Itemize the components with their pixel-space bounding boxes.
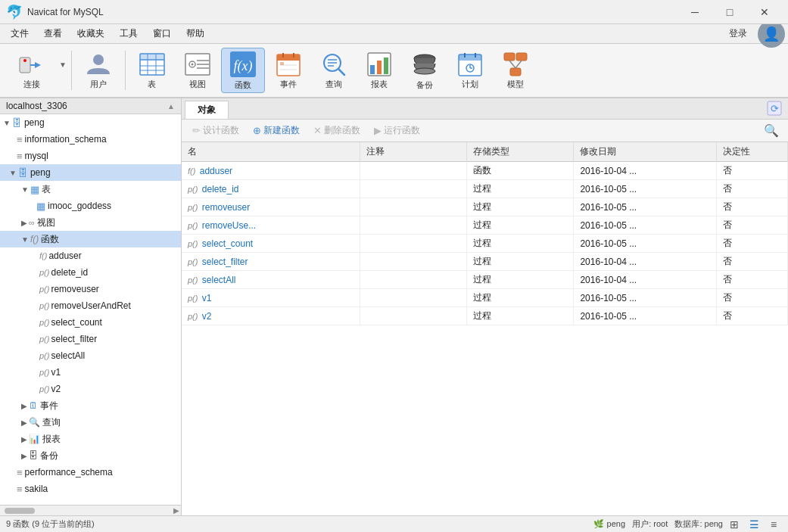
toolbar-query-btn[interactable]: 查询 (312, 48, 356, 93)
cell-comment (360, 198, 466, 216)
expand-arrow-table[interactable]: ▼ (21, 185, 29, 194)
sidebar-item-select-filter[interactable]: p() select_filter (0, 331, 181, 347)
table-row[interactable]: p() select_count 过程 2016-10-05 ... 否 (182, 235, 788, 253)
maximize-button[interactable]: □ (712, 0, 747, 24)
sidebar-item-v2[interactable]: p() v2 (0, 381, 181, 397)
menu-favorites[interactable]: 收藏夹 (70, 24, 112, 44)
delete-function-btn[interactable]: ✕ 删除函数 (307, 123, 366, 138)
report-label: 报表 (371, 79, 388, 90)
connect-dropdown-arrow[interactable]: ▼ (59, 61, 67, 69)
menu-file[interactable]: 文件 (3, 24, 36, 44)
expand-arrow-backup[interactable]: ▶ (21, 452, 27, 460)
login-button[interactable]: 登录 (724, 26, 752, 42)
toolbar-connect-btn[interactable]: 连接 (6, 48, 58, 93)
tab-refresh-btn[interactable]: ⟳ (761, 98, 788, 119)
sidebar-item-backup-group[interactable]: ▶ 🗄 备份 (0, 447, 181, 464)
expand-arrow-view[interactable]: ▶ (21, 219, 27, 227)
sidebar-item-removeuserandret[interactable]: p() removeUserAndRet (0, 297, 181, 314)
search-btn[interactable]: 🔍 (759, 122, 783, 139)
sidebar-hscroll[interactable]: ▶ (0, 505, 181, 515)
sidebar-item-selectall[interactable]: p() selectAll (0, 347, 181, 364)
run-function-btn[interactable]: ▶ 运行函数 (368, 123, 426, 138)
minimize-button[interactable]: ─ (677, 0, 712, 24)
cell-comment (360, 235, 466, 253)
sidebar-item-func-group[interactable]: ▼ f() 函数 (0, 231, 181, 247)
sidebar-scroll-up-btn[interactable]: ▲ (167, 102, 175, 110)
db-item-icon: ≡ (17, 134, 23, 145)
toolbar-report-btn[interactable]: 报表 (357, 48, 401, 93)
sidebar-item-adduser[interactable]: f() adduser (0, 247, 181, 264)
sidebar-scroll-right-btn[interactable]: ▶ (173, 506, 179, 515)
toolbar-model-btn[interactable]: 模型 (494, 48, 537, 93)
statusbar: 9 函数 (9 位于当前的组) 🌿 peng 用户: root 数据库: pen… (0, 515, 788, 532)
cell-storage: 过程 (467, 180, 574, 198)
sidebar-item-select-count[interactable]: p() select_count (0, 314, 181, 331)
status-list-btn[interactable]: ☰ (746, 516, 762, 533)
sidebar-item-report-group[interactable]: ▶ 📊 报表 (0, 431, 181, 447)
svg-rect-34 (377, 61, 382, 74)
toolbar-view-btn[interactable]: 视图 (176, 48, 220, 93)
sidebar-hscroll-thumb[interactable] (5, 508, 35, 514)
toolbar-schedule-btn[interactable]: 计划 (448, 48, 492, 93)
func-prefix-icon: p() (188, 275, 198, 285)
data-table-area: 名 注释 存储类型 修改日期 决定性 f() adduser 函数 2016-1… (182, 142, 788, 515)
func-prefix-icon: f() (188, 166, 195, 176)
table-row[interactable]: p() select_filter 过程 2016-10-04 ... 否 (182, 253, 788, 271)
view-group-icon: ∞ (29, 218, 35, 227)
menu-help[interactable]: 帮助 (179, 24, 212, 44)
menu-window[interactable]: 窗口 (145, 24, 179, 44)
table-row[interactable]: p() removeUse... 过程 2016-10-05 ... 否 (182, 216, 788, 235)
table-row[interactable]: p() v2 过程 2016-10-05 ... 否 (182, 307, 788, 325)
menu-tools[interactable]: 工具 (112, 24, 145, 44)
sidebar-item-imooc-goddess[interactable]: ▦ imooc_goddess (0, 198, 181, 214)
expand-arrow-peng[interactable]: ▼ (3, 119, 11, 127)
close-button[interactable]: ✕ (747, 0, 782, 24)
expand-arrow-report[interactable]: ▶ (21, 435, 27, 443)
sidebar-item-performance-schema[interactable]: ≡ performance_schema (0, 464, 181, 481)
toolbar-user-btn[interactable]: 用户 (76, 48, 120, 93)
sidebar-item-event-group[interactable]: ▶ 🗓 事件 (0, 397, 181, 414)
cell-storage: 过程 (467, 198, 574, 216)
design-function-btn[interactable]: ✏ 设计函数 (186, 123, 245, 138)
expand-arrow-event[interactable]: ▶ (21, 402, 27, 410)
cell-comment (360, 253, 466, 271)
status-grid-btn[interactable]: ⊞ (726, 516, 743, 533)
sidebar-item-view-group[interactable]: ▶ ∞ 视图 (0, 214, 181, 231)
sidebar-item-delete-id[interactable]: p() delete_id (0, 264, 181, 281)
status-detail-btn[interactable]: ≡ (765, 516, 782, 533)
new-icon: ⊕ (253, 125, 261, 136)
table-row[interactable]: p() selectAll 过程 2016-10-04 ... 否 (182, 271, 788, 289)
status-text: 9 函数 (9 位于当前的组) (6, 518, 95, 530)
table-row[interactable]: p() delete_id 过程 2016-10-05 ... 否 (182, 180, 788, 198)
table-row[interactable]: f() adduser 函数 2016-10-04 ... 否 (182, 162, 788, 180)
func-name-text: v1 (202, 293, 212, 303)
menu-view[interactable]: 查看 (36, 24, 70, 44)
expand-arrow-peng-db[interactable]: ▼ (9, 169, 17, 177)
toolbar-sep-2 (125, 51, 126, 90)
sidebar-item-peng-root[interactable]: ▼ 🗄 peng (0, 114, 181, 131)
sidebar-item-sakila[interactable]: ≡ sakila (0, 481, 181, 497)
toolbar-table-btn[interactable]: 表 (130, 48, 174, 93)
sidebar-item-removeuser[interactable]: p() removeuser (0, 281, 181, 297)
table-row[interactable]: p() v1 过程 2016-10-05 ... 否 (182, 289, 788, 307)
p0-icon-selectfilter: p() (39, 334, 49, 344)
toolbar-event-btn[interactable]: 事件 (266, 48, 310, 93)
expand-arrow-query[interactable]: ▶ (21, 418, 27, 427)
sidebar-item-peng-db[interactable]: ▼ 🗄 peng (0, 164, 181, 181)
sidebar-item-information-schema[interactable]: ≡ information_schema (0, 131, 181, 148)
sidebar-item-query-group[interactable]: ▶ 🔍 查询 (0, 414, 181, 431)
table-row[interactable]: p() removeuser 过程 2016-10-05 ... 否 (182, 198, 788, 216)
sidebar-item-mysql[interactable]: ≡ mysql (0, 148, 181, 164)
toolbar-backup-btn[interactable]: 备份 (403, 48, 447, 93)
toolbar-function-btn[interactable]: f(x) 函数 (221, 48, 265, 93)
sidebar-item-v1[interactable]: p() v1 (0, 364, 181, 381)
backup-group-icon: 🗄 (29, 450, 38, 461)
sidebar-item-table-group[interactable]: ▼ ▦ 表 (0, 181, 181, 198)
svg-marker-3 (35, 62, 41, 68)
new-function-btn[interactable]: ⊕ 新建函数 (247, 123, 306, 138)
tab-objects[interactable]: 对象 (185, 101, 229, 119)
cell-date: 2016-10-05 ... (574, 180, 716, 198)
expand-arrow-func[interactable]: ▼ (21, 235, 29, 244)
delete-function-label: 删除函数 (324, 124, 360, 137)
sidebar-item-label-mysql: mysql (25, 151, 48, 161)
